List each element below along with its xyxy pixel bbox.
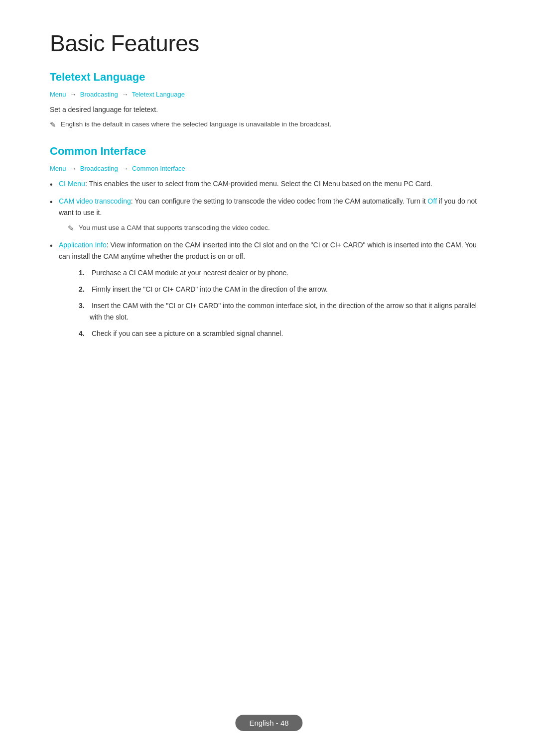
- breadcrumb-arrow-2: →: [122, 91, 128, 98]
- ci-menu-link-text: CI Menu: [59, 180, 85, 188]
- ci-step-1-text: Purchase a CI CAM module at your nearest…: [90, 267, 288, 279]
- ci-bullet-list: CI Menu: This enables the user to select…: [50, 178, 488, 340]
- ci-menu-bullet: CI Menu: This enables the user to select…: [50, 178, 488, 190]
- common-interface-title: Common Interface: [50, 145, 488, 158]
- ci-menu-body: : This enables the user to select from t…: [85, 180, 432, 188]
- breadcrumb-broadcasting-link[interactable]: Broadcasting: [80, 91, 118, 98]
- app-info-body: : View information on the CAM inserted i…: [59, 241, 477, 260]
- cam-video-note: You must use a CAM that supports transco…: [68, 222, 488, 233]
- ci-breadcrumb-arrow-1: →: [70, 165, 76, 172]
- common-interface-section: Common Interface Menu → Broadcasting → C…: [50, 145, 488, 340]
- teletext-language-section: Teletext Language Menu → Broadcasting → …: [50, 71, 488, 130]
- application-info-bullet: Application Info: View information on th…: [50, 239, 488, 340]
- ci-step-4-text: Check if you can see a picture on a scra…: [90, 328, 283, 339]
- ci-breadcrumb-page-link[interactable]: Common Interface: [132, 165, 185, 172]
- ci-breadcrumb-broadcasting-link[interactable]: Broadcasting: [80, 165, 118, 172]
- cam-video-body: : You can configure the setting to trans…: [131, 197, 428, 205]
- common-interface-breadcrumb: Menu → Broadcasting → Common Interface: [50, 165, 488, 172]
- page-container: Basic Features Teletext Language Menu → …: [0, 0, 538, 386]
- app-info-link-text: Application Info: [59, 241, 107, 249]
- teletext-description: Set a desired language for teletext.: [50, 104, 488, 115]
- ci-step-2: 2. Firmly insert the "CI or CI+ CARD" in…: [77, 284, 488, 295]
- teletext-note: English is the default in cases where th…: [50, 119, 488, 130]
- breadcrumb-arrow-1: →: [70, 91, 76, 98]
- teletext-language-title: Teletext Language: [50, 71, 488, 84]
- page-footer: English - 48: [235, 715, 302, 731]
- ci-step-4-num: 4.: [79, 328, 90, 339]
- teletext-breadcrumb: Menu → Broadcasting → Teletext Language: [50, 91, 488, 98]
- ci-steps-list: 1. Purchase a CI CAM module at your near…: [77, 267, 488, 339]
- cam-video-transcoding-bullet: CAM video transcoding: You can configure…: [50, 196, 488, 233]
- ci-breadcrumb-arrow-2: →: [122, 165, 128, 172]
- ci-step-2-num: 2.: [79, 284, 90, 295]
- ci-step-2-text: Firmly insert the "CI or CI+ CARD" into …: [90, 284, 328, 295]
- ci-breadcrumb-menu-link[interactable]: Menu: [50, 165, 66, 172]
- ci-step-3: 3. Insert the CAM with the "CI or CI+ CA…: [77, 300, 488, 323]
- main-title: Basic Features: [50, 30, 488, 57]
- breadcrumb-page-link[interactable]: Teletext Language: [132, 91, 185, 98]
- ci-step-1: 1. Purchase a CI CAM module at your near…: [77, 267, 488, 279]
- ci-step-4: 4. Check if you can see a picture on a s…: [77, 328, 488, 339]
- cam-off-text: Off: [428, 197, 437, 205]
- ci-step-3-num: 3.: [79, 300, 90, 312]
- ci-step-1-num: 1.: [79, 267, 90, 279]
- breadcrumb-menu-link[interactable]: Menu: [50, 91, 66, 98]
- ci-step-3-text: Insert the CAM with the "CI or CI+ CARD"…: [90, 300, 488, 323]
- cam-video-link-text: CAM video transcoding: [59, 197, 131, 205]
